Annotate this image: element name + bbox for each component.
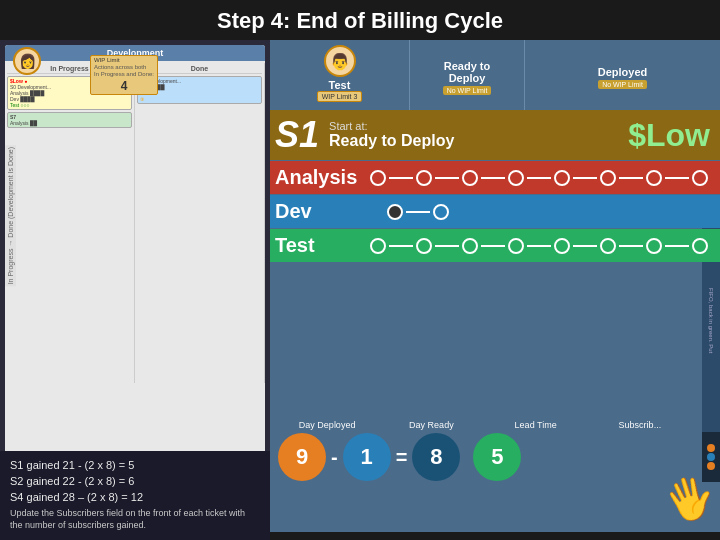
dev-circles <box>385 204 710 220</box>
test-col-label: Test <box>329 79 351 91</box>
circle-2 <box>416 170 432 186</box>
page-title: Step 4: End of Billing Cycle <box>0 8 720 34</box>
test-circle-1 <box>370 238 386 254</box>
s1-price: $Low <box>628 117 710 154</box>
ticket-2: S7 Analysis ██ <box>7 112 132 128</box>
s1-label: S1 <box>275 114 319 156</box>
dev-circle-filled <box>387 204 403 220</box>
circle-1 <box>370 170 386 186</box>
test-circle-4 <box>508 238 524 254</box>
right-panel: 👨 Test WIP Limit 3 Ready to Deploy No WI… <box>270 40 720 532</box>
kanban-col-done: Done S8 Development... Dev ████ Test ○○ … <box>135 63 265 383</box>
board-col-test: 👨 Test WIP Limit 3 <box>270 40 410 115</box>
board-header: 👨 Test WIP Limit 3 Ready to Deploy No WI… <box>270 40 720 115</box>
test-circles <box>368 238 710 254</box>
metric-subscribers: 5 <box>473 433 521 481</box>
strip-dot-3 <box>707 462 715 470</box>
s1-subtext: Ready to Deploy <box>329 132 454 150</box>
avatar-test: 👨 <box>324 45 356 77</box>
analysis-row: Analysis <box>270 161 720 194</box>
wip-box: WIP Limit Actions across both In Progres… <box>90 55 158 95</box>
test-label: Test <box>275 234 368 257</box>
info-paragraph: Update the Subscribers field on the fron… <box>10 507 260 532</box>
circle-7 <box>646 170 662 186</box>
metric-day-deployed: 9 <box>278 433 326 481</box>
circle-5 <box>554 170 570 186</box>
board-col-deployed: Deployed No WIP Limit <box>525 40 720 115</box>
avatar-dev: 👩 <box>13 47 41 75</box>
analysis-label: Analysis <box>275 166 368 189</box>
metric-minus: - <box>331 446 338 469</box>
metric-lead-time: 8 <box>412 433 460 481</box>
dev-row: Dev <box>270 195 720 228</box>
test-row: Test <box>270 229 720 262</box>
test-wip-label: WIP Limit <box>322 93 352 100</box>
test-circle-3 <box>462 238 478 254</box>
circle-8 <box>692 170 708 186</box>
test-circle-5 <box>554 238 570 254</box>
test-circle-7 <box>646 238 662 254</box>
test-wip-badge: WIP Limit 3 <box>317 91 363 102</box>
metric-equals: = <box>396 446 408 469</box>
side-label: In Progress → Done (Development Is Done) <box>5 145 16 286</box>
circle-6 <box>600 170 616 186</box>
circle-4 <box>508 170 524 186</box>
wip-number: 4 <box>94 79 154 93</box>
strip-dot-2 <box>707 453 715 461</box>
board-col-ready: Ready to Deploy No WIP Limit <box>410 40 525 115</box>
info-line-3: S4 gained 28 – (2 x 8) = 12 <box>10 491 260 503</box>
ready-no-wip: No WIP Limit <box>443 86 492 95</box>
kanban-col-inprogress: In Progress $Low ● S0 Development... Ana… <box>5 63 135 383</box>
s1-row: S1 Start at: Ready to Deploy $Low <box>270 110 720 160</box>
dev-label: Dev <box>275 200 385 223</box>
circle-3 <box>462 170 478 186</box>
overlay-card: S1 Start at: Ready to Deploy $Low Analys… <box>270 110 720 432</box>
test-wip-number: 3 <box>353 93 357 100</box>
deployed-no-wip: No WIP Limit <box>598 80 647 89</box>
strip-dot-1 <box>707 444 715 452</box>
test-circle-2 <box>416 238 432 254</box>
info-line-1: S1 gained 21 - (2 x 8) = 5 <box>10 459 260 471</box>
metrics-row: 9 - 1 = 8 5 <box>270 432 702 482</box>
title-bar: Step 4: End of Billing Cycle <box>0 0 720 40</box>
ready-col-label: Ready to Deploy <box>444 60 490 84</box>
wip-label: WIP Limit <box>94 57 154 64</box>
deployed-col-label: Deployed <box>598 66 648 78</box>
test-circle-8 <box>692 238 708 254</box>
s1-start: Start at: <box>329 120 454 132</box>
analysis-circles <box>368 170 710 186</box>
bottom-info-box: S1 gained 21 - (2 x 8) = 5 S2 gained 22 … <box>0 451 270 540</box>
test-circle-6 <box>600 238 616 254</box>
s1-text: Start at: Ready to Deploy <box>329 120 454 150</box>
metric-day-ready: 1 <box>343 433 391 481</box>
info-line-2: S2 gained 22 - (2 x 8) = 6 <box>10 475 260 487</box>
dev-circle-2 <box>433 204 449 220</box>
